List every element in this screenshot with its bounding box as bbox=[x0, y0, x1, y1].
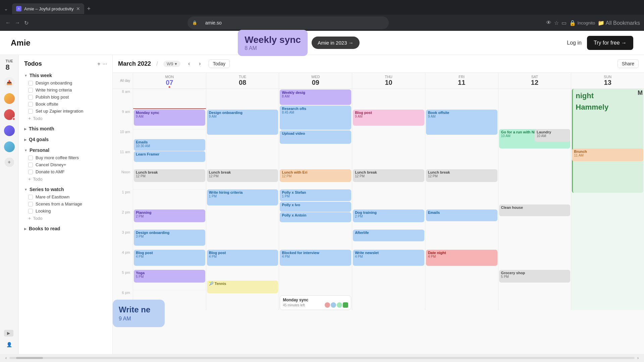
event-tennis[interactable]: 🎾 Tennis bbox=[207, 281, 278, 293]
tab-list-btn[interactable]: ⌄ bbox=[3, 5, 9, 13]
today-btn[interactable]: Today bbox=[209, 59, 230, 68]
event-brunch[interactable]: Brunch 11 AM bbox=[572, 148, 643, 161]
inbox-icon[interactable]: 📥 bbox=[4, 77, 15, 88]
todo-checkbox[interactable] bbox=[28, 209, 33, 214]
add-calendar-btn[interactable]: + bbox=[5, 158, 14, 167]
todo-checkbox[interactable] bbox=[28, 202, 33, 206]
scroll-right-btn[interactable]: › bbox=[637, 356, 639, 360]
event-polly-ivo[interactable]: Polly x Ivo bbox=[280, 202, 351, 212]
try-free-button[interactable]: Try for free → bbox=[587, 36, 633, 50]
todo-checkbox[interactable] bbox=[28, 156, 33, 160]
todo-item: Book offsite bbox=[24, 101, 107, 108]
todo-checkbox[interactable] bbox=[28, 163, 33, 167]
event-design-onboarding-mon[interactable]: Design onboarding 3 PM bbox=[134, 230, 205, 246]
tab-close-btn[interactable]: ✕ bbox=[76, 6, 80, 11]
avatar-4[interactable] bbox=[4, 141, 15, 152]
bookmark-btn[interactable]: ☆ bbox=[554, 20, 559, 26]
event-weekly-design[interactable]: Weekly desig 8 AM bbox=[280, 89, 351, 105]
back-btn[interactable]: ← bbox=[4, 18, 12, 27]
event-monday-sync[interactable]: Monday sync 9 AM bbox=[134, 110, 205, 126]
todo-checkbox[interactable] bbox=[28, 170, 33, 174]
todo-options-btn[interactable]: ··· bbox=[103, 61, 107, 67]
todo-item: Set up Zapier integration bbox=[24, 108, 107, 115]
this-month-header[interactable]: ▶ This month bbox=[24, 125, 107, 133]
event-laundry[interactable]: Laundry 10 AM bbox=[535, 129, 570, 142]
event-learn-framer[interactable]: Learn Framer bbox=[134, 151, 205, 162]
event-polly-antoin[interactable]: Polly x Antoin bbox=[280, 212, 351, 222]
event-emails-mon[interactable]: Emails 10:30 AM bbox=[134, 139, 205, 151]
event-emails-fri[interactable]: Emails bbox=[426, 209, 497, 221]
event-monday-sync-wed[interactable]: Monday sync 45 minutes left bbox=[280, 295, 351, 310]
add-todo-btn[interactable]: + bbox=[97, 61, 100, 67]
time-noon: Noon bbox=[113, 169, 133, 189]
todo-checkbox[interactable] bbox=[28, 195, 33, 199]
event-grocery-shop[interactable]: Grocery shop 5 PM bbox=[499, 270, 571, 283]
books-header[interactable]: ▶ Books to read bbox=[24, 225, 107, 233]
day-header-sat: Sat 12 bbox=[498, 73, 571, 88]
add-series-todo[interactable]: + Todo bbox=[24, 215, 107, 222]
event-research[interactable]: Research ofts 8:45 AM bbox=[280, 106, 351, 130]
event-polly-stefan[interactable]: Polly x Stefan 1 PM bbox=[280, 189, 351, 201]
personal-header[interactable]: ▼ Personal bbox=[24, 146, 107, 154]
next-week-btn[interactable]: › bbox=[195, 59, 205, 68]
event-night-hammely[interactable]: night Hammely bbox=[572, 89, 643, 193]
expand-sidebar-btn[interactable]: ▶ bbox=[4, 330, 13, 337]
event-write-newslet[interactable]: Write newslet 4 PM bbox=[353, 250, 424, 266]
todo-checkbox[interactable] bbox=[28, 109, 33, 114]
forward-btn[interactable]: → bbox=[13, 18, 21, 27]
prev-week-btn[interactable]: ‹ bbox=[184, 59, 194, 68]
series-section: ▼ Series to watch Mare of Easttown Scene… bbox=[24, 185, 107, 222]
add-this-week-todo[interactable]: + Todo bbox=[24, 115, 107, 122]
event-lunch-eri[interactable]: Lunch with Eri 12 PM bbox=[280, 169, 351, 182]
bookmarks-btn[interactable]: 📁 All Bookmarks bbox=[598, 20, 640, 26]
event-dog-training[interactable]: Dog training 2 PM bbox=[353, 209, 424, 222]
todo-item: Looking bbox=[24, 207, 107, 215]
event-blog-post-mon[interactable]: Blog post 4 PM bbox=[134, 250, 205, 266]
event-date-night[interactable]: Date night 4 PM bbox=[426, 250, 497, 266]
week-badge[interactable]: W9 ▾ bbox=[163, 61, 180, 67]
event-lunch-tue[interactable]: Lunch break 12 PM bbox=[207, 169, 278, 182]
todo-checkbox[interactable] bbox=[28, 88, 33, 93]
add-personal-todo[interactable]: + Todo bbox=[24, 175, 107, 183]
event-design-onboarding-tue[interactable]: Design onboarding 9 AM bbox=[207, 110, 278, 135]
todo-item: Write hiring criteria bbox=[24, 86, 107, 94]
event-planning[interactable]: Planning 2 PM bbox=[134, 209, 205, 222]
event-clean-house[interactable]: Clean house bbox=[499, 204, 571, 216]
event-lunch-mon[interactable]: Lunch break 12 PM bbox=[134, 169, 205, 182]
avatar-1[interactable] bbox=[4, 93, 15, 104]
event-upload-video[interactable]: Upload video bbox=[280, 130, 351, 144]
calendar: March 2022 / W9 ▾ ‹ › Today Share Write … bbox=[113, 55, 644, 354]
todo-checkbox[interactable] bbox=[28, 102, 33, 107]
series-header[interactable]: ▼ Series to watch bbox=[24, 185, 107, 193]
active-tab[interactable]: A Amie – Joyful productivity ✕ bbox=[12, 3, 84, 14]
sidebar-toggle-btn[interactable]: ▭ bbox=[561, 20, 567, 26]
scroll-left-btn[interactable]: ‹ bbox=[5, 356, 7, 360]
event-book-offsite[interactable]: Book offsite 9 AM bbox=[426, 110, 497, 135]
new-tab-btn[interactable]: + bbox=[84, 4, 93, 14]
event-blocked-interview[interactable]: Blocked for interview 4 PM bbox=[280, 250, 351, 266]
q4-goals-header[interactable]: ▶ Q4 goals bbox=[24, 135, 107, 143]
address-input[interactable] bbox=[200, 18, 384, 27]
avatar-3[interactable] bbox=[4, 125, 15, 136]
event-afterlife[interactable]: Afterlife bbox=[353, 230, 424, 241]
extensions-btn[interactable]: 👁 bbox=[546, 20, 551, 26]
todo-checkbox[interactable] bbox=[28, 95, 33, 100]
event-lunch-fri[interactable]: Lunch break 12 PM bbox=[426, 169, 497, 182]
this-week-header[interactable]: ▼ This week bbox=[24, 71, 107, 79]
event-write-hiring[interactable]: Write hiring criteria 1 PM bbox=[207, 189, 278, 205]
event-blog-post-thu[interactable]: Blog post 9 AM bbox=[353, 110, 424, 126]
event-blog-post-tue[interactable]: Blog post 4 PM bbox=[207, 250, 278, 266]
profile-icon[interactable]: 👤 bbox=[4, 339, 15, 350]
sidebar: TUE 8 📥 + ▶ 👤 bbox=[0, 55, 19, 354]
login-button[interactable]: Log in bbox=[567, 40, 582, 46]
day-header-mon: Mon 07 bbox=[133, 73, 206, 88]
reload-btn[interactable]: ↻ bbox=[23, 18, 30, 27]
event-lunch-thu[interactable]: Lunch break 12 PM bbox=[353, 169, 424, 182]
todos-title: Todos bbox=[24, 60, 42, 67]
event-yoga[interactable]: Yoga 5 PM bbox=[134, 270, 205, 283]
amie-2023-button[interactable]: Amie in 2023 → bbox=[312, 37, 360, 49]
todo-checkbox[interactable] bbox=[28, 81, 33, 85]
share-btn[interactable]: Share bbox=[618, 59, 639, 68]
books-section: ▶ Books to read bbox=[24, 225, 107, 233]
incognito-label: Incognito bbox=[577, 20, 595, 25]
